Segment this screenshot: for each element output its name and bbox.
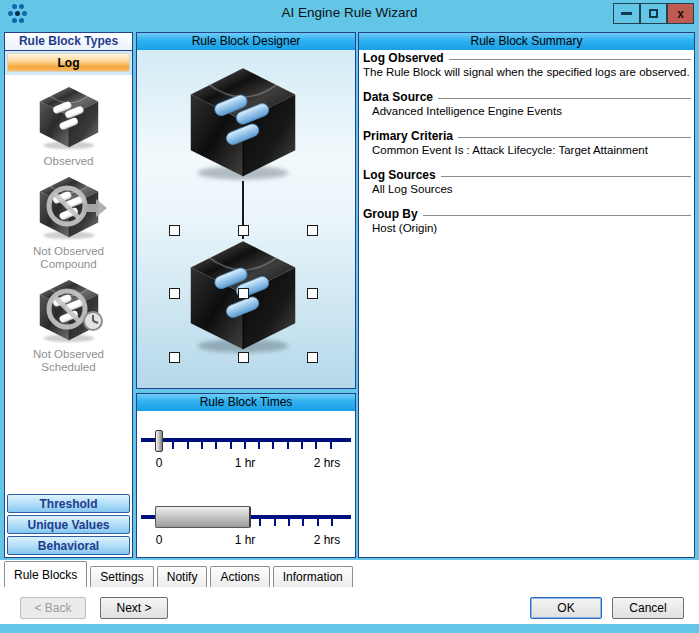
- rule-block-types-header: Rule Block Types: [5, 33, 132, 51]
- timeline-2-ticks: [245, 519, 333, 526]
- section-title: Log Sources: [363, 169, 436, 182]
- minimize-icon: [621, 12, 632, 15]
- timeline-2-label-0: 0: [156, 533, 163, 547]
- summary-section-data-source: Data Source Advanced Intelligence Engine…: [363, 91, 691, 118]
- section-text: Host (Origin): [363, 222, 691, 235]
- window-title: AI Engine Rule Wizard: [0, 5, 699, 20]
- timeline-2-range-bar[interactable]: [155, 506, 251, 528]
- selection-handle-top-right[interactable]: [307, 225, 318, 236]
- log-button-strip: Log: [5, 51, 132, 75]
- selection-handle-bottom-right[interactable]: [307, 352, 318, 363]
- rule-block-summary-panel: Rule Block Summary Log Observed The Rule…: [358, 32, 695, 558]
- cancel-button[interactable]: Cancel: [612, 597, 684, 619]
- rule-block-designer-header: Rule Block Designer: [137, 33, 355, 51]
- maximize-icon: [649, 9, 658, 18]
- threshold-type-button[interactable]: Threshold: [7, 494, 130, 513]
- close-icon: x: [677, 8, 684, 20]
- more-type-buttons: Threshold Unique Values Behavioral: [5, 492, 132, 557]
- timeline-1-label-1hr: 1 hr: [235, 456, 256, 470]
- cube-observed-icon: [36, 85, 102, 151]
- ok-button[interactable]: OK: [530, 597, 602, 619]
- type-label: Not Observed Scheduled: [19, 348, 119, 374]
- section-title: Data Source: [363, 91, 433, 104]
- rule-block-times-panel: Rule Block Times 0 1 hr 2 hrs 0 1 hr 2 h…: [136, 393, 356, 558]
- close-button[interactable]: x: [667, 3, 694, 24]
- next-button[interactable]: Next >: [100, 597, 168, 619]
- back-button[interactable]: < Back: [20, 597, 86, 619]
- timeline-2-label-2hrs: 2 hrs: [314, 533, 341, 547]
- selection-handle-bottom-center[interactable]: [238, 352, 249, 363]
- rule-block-type-list: Observed Not Observed Compound: [5, 75, 132, 381]
- rule-block-summary-header: Rule Block Summary: [359, 33, 694, 51]
- prohibition-icon: [45, 184, 89, 228]
- section-title: Group By: [363, 208, 418, 221]
- arrow-right-icon: [84, 197, 108, 219]
- cube-not-observed-scheduled-icon: [36, 278, 102, 344]
- selection-handle-top-center[interactable]: [238, 225, 249, 236]
- timeline-1-slider-handle[interactable]: [155, 430, 163, 452]
- timeline-1-label-0: 0: [156, 456, 163, 470]
- wizard-tab-strip: Rule Blocks Settings Notify Actions Info…: [4, 561, 356, 587]
- cube-not-observed-compound-icon: [36, 175, 102, 241]
- timeline-1-ticks: [158, 442, 333, 449]
- type-label: Not Observed Compound: [19, 245, 119, 271]
- section-divider: [438, 98, 691, 99]
- section-title: Primary Criteria: [363, 130, 453, 143]
- summary-section-group-by: Group By Host (Origin): [363, 208, 691, 235]
- title-bar: AI Engine Rule Wizard x: [0, 0, 699, 28]
- rule-block-times-header: Rule Block Times: [137, 394, 355, 412]
- section-text: The Rule Block will signal when the spec…: [363, 66, 691, 79]
- behavioral-type-button[interactable]: Behavioral: [7, 536, 130, 555]
- rule-block-times-body: 0 1 hr 2 hrs 0 1 hr 2 hrs: [137, 411, 355, 557]
- type-label: Observed: [19, 155, 119, 168]
- tab-information[interactable]: Information: [273, 566, 353, 587]
- selection-handle-top-left[interactable]: [169, 225, 180, 236]
- type-item-not-observed-compound[interactable]: Not Observed Compound: [19, 175, 119, 271]
- section-divider: [449, 59, 691, 60]
- footer-area: Rule Blocks Settings Notify Actions Info…: [0, 560, 699, 624]
- selection-handle-center[interactable]: [238, 288, 249, 299]
- minimize-button[interactable]: [613, 3, 640, 24]
- summary-section-primary-criteria: Primary Criteria Common Event Is : Attac…: [363, 130, 691, 157]
- tab-actions[interactable]: Actions: [210, 566, 269, 587]
- designer-canvas[interactable]: [137, 50, 355, 388]
- section-text: Advanced Intelligence Engine Events: [363, 105, 691, 118]
- tab-rule-blocks[interactable]: Rule Blocks: [4, 561, 87, 587]
- parent-rule-block-cube[interactable]: [184, 65, 302, 183]
- log-type-button[interactable]: Log: [7, 53, 130, 72]
- summary-section-log-observed: Log Observed The Rule Block will signal …: [363, 52, 691, 79]
- rule-block-types-panel: Rule Block Types Log Observed Not Observ…: [4, 32, 133, 558]
- rule-block-designer-panel: Rule Block Designer: [136, 32, 356, 389]
- maximize-button[interactable]: [640, 3, 667, 24]
- clock-icon: [82, 310, 104, 332]
- selection-handle-bottom-left[interactable]: [169, 352, 180, 363]
- timeline-2-label-1hr: 1 hr: [235, 533, 256, 547]
- section-divider: [423, 215, 691, 216]
- selection-handle-mid-left[interactable]: [169, 288, 180, 299]
- section-text: Common Event Is : Attack Lifecycle: Targ…: [363, 144, 691, 157]
- type-item-not-observed-scheduled[interactable]: Not Observed Scheduled: [19, 278, 119, 374]
- unique-values-type-button[interactable]: Unique Values: [7, 515, 130, 534]
- selection-handle-mid-right[interactable]: [307, 288, 318, 299]
- section-title: Log Observed: [363, 52, 444, 65]
- summary-section-log-sources: Log Sources All Log Sources: [363, 169, 691, 196]
- timeline-1-label-2hrs: 2 hrs: [314, 456, 341, 470]
- section-text: All Log Sources: [363, 183, 691, 196]
- tab-notify[interactable]: Notify: [157, 566, 208, 587]
- rule-block-summary-body: Log Observed The Rule Block will signal …: [359, 50, 694, 557]
- tab-settings[interactable]: Settings: [90, 566, 153, 587]
- section-divider: [441, 176, 691, 177]
- type-item-observed[interactable]: Observed: [19, 85, 119, 168]
- section-divider: [458, 137, 691, 138]
